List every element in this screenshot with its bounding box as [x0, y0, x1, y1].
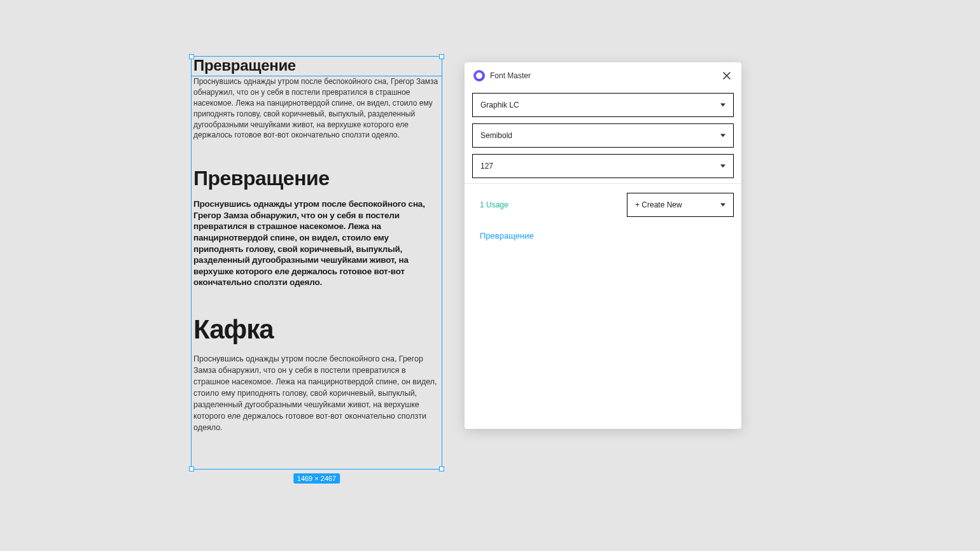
plugin-logo-icon	[473, 70, 485, 81]
close-button[interactable]	[721, 70, 732, 81]
text-block-1-title[interactable]: Превращение	[193, 57, 440, 74]
font-size-dropdown[interactable]: 127	[472, 154, 734, 178]
panel-body: Graphik LC Semibold 127	[465, 89, 741, 178]
panel-title: Font Master	[490, 71, 716, 80]
create-new-label: + Create New	[635, 200, 682, 209]
font-master-panel: Font Master Graphik LC Semibold 127 1 Us…	[465, 62, 741, 429]
panel-header: Font Master	[465, 62, 741, 89]
canvas-content: Превращение Проснувшись однажды утром по…	[191, 56, 442, 470]
chevron-down-icon	[720, 204, 725, 207]
text-block-2-body[interactable]: Проснувшись однажды утром после беспокой…	[193, 199, 440, 288]
text-block-1-body[interactable]: Проснувшись однажды утром после беспокой…	[193, 76, 440, 141]
font-weight-dropdown[interactable]: Semibold	[472, 123, 734, 148]
font-family-value: Graphik LC	[480, 101, 519, 109]
text-block-2-title[interactable]: Превращение	[193, 167, 440, 190]
create-new-dropdown[interactable]: + Create New	[627, 193, 734, 217]
usage-count-label: 1 Usage	[472, 200, 508, 209]
chevron-down-icon	[720, 165, 725, 168]
usage-list-item[interactable]: Превращение	[465, 222, 741, 249]
chevron-down-icon	[720, 134, 725, 137]
close-icon	[722, 71, 731, 80]
chevron-down-icon	[720, 104, 725, 107]
canvas-selection-frame[interactable]: Превращение Проснувшись однажды утром по…	[191, 56, 442, 470]
font-family-dropdown[interactable]: Graphik LC	[472, 93, 734, 117]
text-block-3-title[interactable]: Кафка	[193, 316, 440, 343]
dimensions-badge: 1469 × 2467	[293, 473, 340, 484]
text-block-3-body[interactable]: Проснувшись однажды утром после беспокой…	[193, 353, 440, 434]
font-size-value: 127	[480, 162, 493, 171]
font-weight-value: Semibold	[480, 131, 512, 140]
usage-row: 1 Usage + Create New	[465, 183, 741, 222]
